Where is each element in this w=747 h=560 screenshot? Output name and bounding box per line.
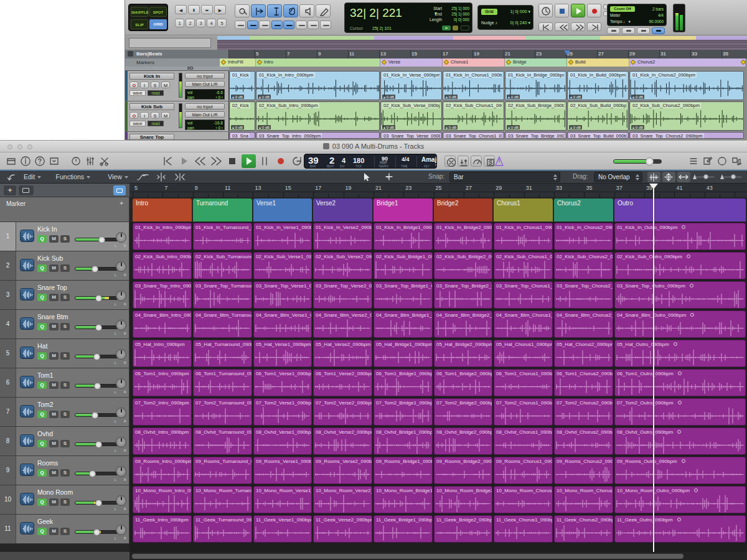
region[interactable]: 07_Tom2_Chorus1_090bpm [494,398,553,426]
region[interactable]: 01_Kick_In_Outro_090bpm [614,223,746,250]
pt-zoom-horizontal-icon[interactable]: ⬌ [201,5,213,14]
region[interactable]: 06_Tom1_Outro_090bpm [614,369,746,396]
pt-region[interactable]: 01_Kick_In_Verse_090bpm-01▴ 0 dB [380,71,442,100]
pt-region[interactable]: 02_Kick▴ 0 dB [229,101,255,131]
track-header-10[interactable]: 10Mono RoomQMSLR [0,485,129,515]
track-header-2[interactable]: 2Kick SubQMSLR [0,251,129,281]
pt-region-gain-badge[interactable]: ▴ 0 dB [444,95,458,99]
region[interactable]: 02_Kick_Sub_Bridge2_090bpm [434,252,492,279]
solo-button[interactable]: S [60,264,70,272]
region[interactable]: 01_Kick_In_Turnaround_090bpm [193,223,252,250]
region[interactable]: 02_Kick_Sub_Verse2_090bpm [313,252,372,279]
pt-track-name[interactable]: Kick Sub [129,103,174,110]
pt-region[interactable]: 01_Kick_In_Bridge_090bpm▴ 0 dB [505,71,566,100]
track-header-3[interactable]: 3Snare TopQMSLR [0,281,129,310]
pan-knob[interactable] [116,232,126,243]
region[interactable]: 03_Snare_Top_Verse1_090bpm [253,281,312,309]
pt-main-counter[interactable]: 32| 2| 221 [350,6,402,20]
lg-list-editors-button[interactable] [687,155,700,167]
region[interactable]: 09_Rooms_Outro_090bpm [614,457,746,484]
track-name[interactable]: Snare Top [37,284,67,291]
pt-region[interactable]: 01_Kick▴ 0 dB [229,71,255,100]
region[interactable]: 09_Rooms_Intro_090bpm [133,457,192,484]
region[interactable]: 07_Tom2_Bridge1_090bpm [374,398,433,426]
pt-stop-button[interactable] [555,4,569,17]
mute-button[interactable]: M [49,498,59,506]
lg-catch-playhead-button[interactable] [173,171,188,183]
arrangement-section-bridge1[interactable]: Bridge1 [374,198,433,222]
pt-region-gain-badge[interactable]: ▴ 0 dB [231,95,244,99]
region[interactable]: 02_Kick_Sub_Chorus2_090bpm [554,252,613,279]
volume-knob[interactable] [92,266,98,273]
region[interactable]: 06_Tom1_Verse2_090bpm [313,369,372,396]
volume-knob[interactable] [93,529,100,536]
pt-region-gain-badge[interactable]: ▴ 0 dB [569,125,582,129]
region[interactable]: 11_Geek_Verse1_090bpm [253,515,312,543]
region[interactable]: 01_Kick_In_Verse1_090bpm [253,223,312,250]
snap-selector[interactable]: Bar [449,172,560,182]
region[interactable]: 05_Hat_Verse2_090bpm [313,340,372,367]
region[interactable]: 09_Rooms_Verse1_090bpm [253,457,312,484]
region[interactable]: 10_Mono_Room_Outro_090bpm [614,486,746,513]
solo-button[interactable]: S [60,294,70,301]
arrangement-section-verse1[interactable]: Verse1 [253,198,312,222]
lg-automation-button[interactable] [136,171,151,183]
pt-meter-value[interactable]: 4/4 [637,13,664,17]
pt-mini-counter-icon[interactable] [461,26,469,30]
solo-button[interactable]: S [60,469,70,477]
pt-conductor-button[interactable] [652,27,665,34]
region[interactable]: 09_Rooms_Chorus2_090bpm [554,457,613,484]
region[interactable]: 01_Kick_In_Verse2_090bpm [313,223,372,250]
pt-zoom-out-arrow-icon[interactable]: ◀ [175,5,187,14]
mute-button[interactable]: M [49,411,59,418]
region[interactable]: 11_Geek_Bridge1_090bpm [374,515,433,543]
region[interactable]: 10_Mono_Room_Chorus2_090bpm [554,486,613,513]
region[interactable]: 08_Ovhd_Outro_090bpm [614,427,746,455]
region[interactable]: 11_Geek_Turnaround_090bpm [193,515,252,543]
flex-quantize-button[interactable]: Q [37,498,47,506]
pt-marker-Intro[interactable]: Intro [256,58,380,67]
pan-knob[interactable] [116,408,126,418]
pt-edit-option-button-5[interactable] [283,21,294,29]
region[interactable]: 10_Mono_Room_Verse1_090bpm [253,486,312,513]
flex-quantize-button[interactable]: Q [37,411,47,418]
lg-horizontal-zoom-slider-knob[interactable] [731,174,736,179]
region[interactable]: 06_Tom1_Chorus2_090bpm [554,369,613,396]
lg-waveform-zoom-button[interactable] [647,172,660,182]
pt-wave-view-button[interactable]: wave [129,121,146,126]
pt-go-to-end-button[interactable] [587,22,601,31]
mute-button[interactable]: M [49,323,59,330]
add-marker-button[interactable]: + [120,199,123,207]
lcd-key-chevron-icon[interactable] [433,159,437,169]
region[interactable]: 03_Snare_Top_Intro_090bpm [133,281,192,309]
pt-tool-trim[interactable] [251,4,266,17]
left-click-tool-selector[interactable] [361,171,381,183]
pt-region[interactable]: 03_Snare_Top_Intro_090bpm [256,132,380,139]
lg-smart-controls-button[interactable] [70,155,82,167]
region[interactable]: 10_Mono_Room_Turnaround_090bpm [193,486,252,513]
pt-markers-lane[interactable]: Markers+IntroFillIntroVerseChorus1Bridge… [125,58,747,67]
pt-output-selector[interactable]: Main Out L/R [185,111,225,118]
region[interactable]: 04_Snare_Btm_Chorus2_090bpm [554,310,613,338]
lg-back-button[interactable] [5,171,17,184]
pt-solo-button[interactable]: S [151,112,159,119]
lg-flex-button[interactable] [154,171,169,183]
menu-view[interactable]: View [108,170,128,184]
track-name[interactable]: Mono Room [37,488,73,496]
pt-input-monitor-button[interactable]: I [140,82,149,88]
pt-record-enable-button[interactable] [129,82,138,88]
pt-solo-button[interactable]: S [151,82,159,88]
pt-region-gain-badge[interactable]: ▴ 0 dB [444,125,458,129]
pt-metronome-button[interactable] [607,27,620,34]
region[interactable]: 05_Hat_Bridge2_090bpm [434,340,492,367]
pt-region-gain-badge[interactable]: ▴ 0 dB [631,125,644,129]
pt-region-gain-badge[interactable]: ▴ 0 dB [258,95,271,99]
pt-play-button[interactable] [571,4,585,17]
pt-vol-value[interactable]: -16.8 [204,121,223,125]
edit-mode-shuffle[interactable]: SHUFFLE [131,7,148,17]
lg-no-input-monitoring-button[interactable] [444,156,456,167]
edit-mode-spot[interactable]: SPOT [149,7,167,17]
duplicate-track-button[interactable] [19,185,34,195]
pt-read-automation-button[interactable]: read [148,121,164,126]
volume-knob[interactable] [95,295,102,302]
